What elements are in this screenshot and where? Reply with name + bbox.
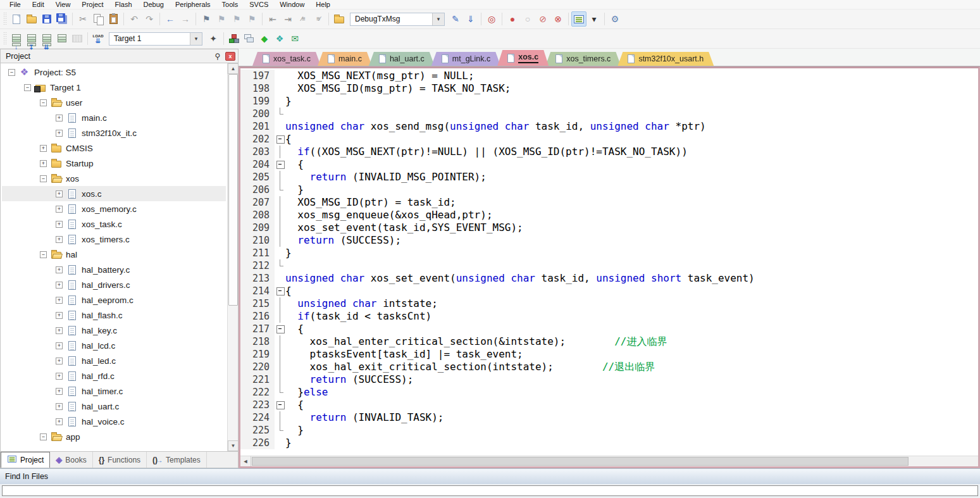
code-line-210[interactable]: 210 return (SUCCESS); xyxy=(240,234,978,247)
editor-horizontal-scrollbar[interactable]: ◄ xyxy=(240,456,978,466)
project-tree-scrollbar[interactable]: ▲ ▼ xyxy=(227,63,238,451)
save-icon[interactable] xyxy=(39,11,54,27)
code-line-215[interactable]: 215 unsigned char intstate; xyxy=(240,297,978,310)
next-bookmark-icon[interactable]: ⚑ xyxy=(229,11,244,27)
panel-tab-books[interactable]: ◈Books xyxy=(50,452,92,468)
expand-icon[interactable]: + xyxy=(56,403,63,410)
tree-item-hal-lcd-c[interactable]: +hal_lcd.c xyxy=(2,338,226,353)
expand-icon[interactable]: + xyxy=(56,388,63,395)
tree-item-hal-uart-c[interactable]: +hal_uart.c xyxy=(2,399,226,414)
code-line-223[interactable]: 223 { xyxy=(240,399,978,411)
tree-item-startup[interactable]: +Startup xyxy=(2,156,226,171)
panel-tab-templates[interactable]: ()→Templates xyxy=(147,452,207,468)
expand-icon[interactable]: + xyxy=(56,130,63,137)
batch-build-icon[interactable] xyxy=(54,31,70,46)
chevron-down-icon[interactable]: ▾ xyxy=(190,33,202,45)
code-line-206[interactable]: 206 } xyxy=(240,184,978,196)
tree-item-main-c[interactable]: +main.c xyxy=(2,110,226,125)
expand-icon[interactable]: + xyxy=(56,342,63,349)
expand-icon[interactable]: + xyxy=(56,190,63,197)
expand-icon[interactable]: + xyxy=(56,373,63,380)
prev-bookmark-icon[interactable]: ⚑ xyxy=(214,11,229,27)
code-line-217[interactable]: 217 { xyxy=(240,323,978,335)
scrollbar-thumb[interactable] xyxy=(228,74,238,306)
cut-icon[interactable]: ✂ xyxy=(75,11,90,27)
undo-icon[interactable]: ↶ xyxy=(127,11,142,27)
tree-item-xos-c[interactable]: +xos.c xyxy=(2,186,226,201)
expand-icon[interactable]: + xyxy=(56,358,63,364)
tree-item-project-s5[interactable]: −❖Project: S5 xyxy=(2,65,226,80)
menu-item-peripherals[interactable]: Peripherals xyxy=(170,1,216,8)
kill-all-breakpoints-icon[interactable]: ⊗ xyxy=(550,11,566,27)
tree-item-xos-memory-c[interactable]: +xos_memory.c xyxy=(2,201,226,216)
fold-collapse-icon[interactable] xyxy=(275,285,285,297)
window-dropdown-icon[interactable]: ▾ xyxy=(586,11,602,27)
software-packs-icon[interactable]: ◆ xyxy=(257,31,272,46)
disable-all-breakpoints-icon[interactable]: ⊘ xyxy=(535,11,550,27)
code-line-224[interactable]: 224 return (INVALID_TASK); xyxy=(240,411,978,424)
pack-installer-icon[interactable]: ❖ xyxy=(272,31,287,46)
find-in-files-output[interactable] xyxy=(2,485,978,496)
tree-item-cmsis[interactable]: +CMSIS xyxy=(2,140,226,156)
expand-icon[interactable]: + xyxy=(56,115,63,121)
menu-item-file[interactable]: File xyxy=(4,1,27,8)
code-line-201[interactable]: 201unsigned char xos_send_msg(unsigned c… xyxy=(240,120,978,133)
tree-item-xos-task-c[interactable]: +xos_task.c xyxy=(2,216,226,232)
close-panel-button[interactable]: x xyxy=(225,52,235,61)
tree-item-hal-rfd-c[interactable]: +hal_rfd.c xyxy=(2,368,226,383)
code-line-213[interactable]: 213unsigned char xos_set_event(unsigned … xyxy=(240,272,978,285)
comment-icon[interactable]: ∕≡ xyxy=(295,11,311,27)
expand-icon[interactable]: + xyxy=(56,266,63,273)
tree-item-xos-timers-c[interactable]: +xos_timers.c xyxy=(2,232,226,247)
tree-item-app[interactable]: −app xyxy=(2,429,226,444)
code-line-220[interactable]: 220 xos_hal_exit_critical_section(intsta… xyxy=(240,361,978,373)
menu-item-flash[interactable]: Flash xyxy=(109,1,138,8)
code-line-214[interactable]: 214{ xyxy=(240,285,978,297)
tree-item-hal-eeprom-c[interactable]: +hal_eeprom.c xyxy=(2,292,226,308)
fold-collapse-icon[interactable] xyxy=(275,399,285,411)
expand-icon[interactable]: + xyxy=(56,206,63,213)
scroll-down-icon[interactable]: ▼ xyxy=(228,440,239,451)
fold-collapse-icon[interactable] xyxy=(275,133,285,146)
tree-item-hal-battery-c[interactable]: +hal_battery.c xyxy=(2,262,226,277)
tree-item-hal-flash-c[interactable]: +hal_flash.c xyxy=(2,308,226,323)
code-line-218[interactable]: 218 xos_hal_enter_critical_section(&ints… xyxy=(240,335,978,348)
menu-item-window[interactable]: Window xyxy=(274,1,310,8)
download-icon[interactable]: LOAD⇊ xyxy=(90,31,106,46)
editor-tab-mt-glink-c[interactable]: mt_gLink.c xyxy=(431,52,500,66)
code-line-219[interactable]: 219 ptasksEvent[task_id] |= task_event; xyxy=(240,348,978,361)
indent-icon[interactable]: ⇥ xyxy=(280,11,295,27)
menu-item-help[interactable]: Help xyxy=(310,1,336,8)
stop-build-icon[interactable] xyxy=(70,31,85,46)
code-line-197[interactable]: 197 XOS_MSG_NEXT(msg_ptr) = NULL; xyxy=(240,70,978,82)
paste-icon[interactable] xyxy=(106,11,121,27)
expand-icon[interactable]: + xyxy=(40,160,47,167)
collapse-icon[interactable]: − xyxy=(40,99,47,106)
menu-item-tools[interactable]: Tools xyxy=(216,1,244,8)
tree-item-xos[interactable]: −xos xyxy=(2,171,226,186)
editor-tab-xos-c[interactable]: xos.c xyxy=(497,50,549,66)
code-line-216[interactable]: 216 if(task_id < tasksCnt) xyxy=(240,310,978,323)
new-file-icon[interactable] xyxy=(9,11,24,27)
collapse-icon[interactable]: − xyxy=(40,175,47,182)
code-line-205[interactable]: 205 return (INVALID_MSG_POINTER); xyxy=(240,171,978,184)
expand-icon[interactable]: + xyxy=(56,312,63,319)
target-select-combo[interactable]: Target 1▾ xyxy=(109,32,202,46)
menu-item-debug[interactable]: Debug xyxy=(138,1,170,8)
runtime-environment-icon[interactable]: ✉ xyxy=(287,31,302,46)
editor-tab-main-c[interactable]: main.c xyxy=(318,52,372,66)
chevron-down-icon[interactable]: ▾ xyxy=(432,13,444,25)
editor-tab-xos-task-c[interactable]: xos_task.c xyxy=(252,52,321,66)
pin-icon[interactable]: ⚲ xyxy=(213,52,223,61)
file-extensions-icon[interactable] xyxy=(242,31,257,46)
rebuild-icon[interactable]: ⇊ xyxy=(39,31,54,46)
expand-icon[interactable]: + xyxy=(56,282,63,289)
lookup-word-icon[interactable]: ✎ xyxy=(448,11,463,27)
manage-components-icon[interactable] xyxy=(226,31,242,46)
code-line-204[interactable]: 204 { xyxy=(240,158,978,171)
scroll-up-icon[interactable]: ▲ xyxy=(228,63,239,74)
code-line-221[interactable]: 221 return (SUCCESS); xyxy=(240,373,978,386)
breakpoint-icon[interactable]: ● xyxy=(505,11,520,27)
code-line-203[interactable]: 203 if((XOS_MSG_NEXT(ptr)!=NULL) || (XOS… xyxy=(240,146,978,158)
navigate-back-icon[interactable]: ← xyxy=(163,11,178,27)
